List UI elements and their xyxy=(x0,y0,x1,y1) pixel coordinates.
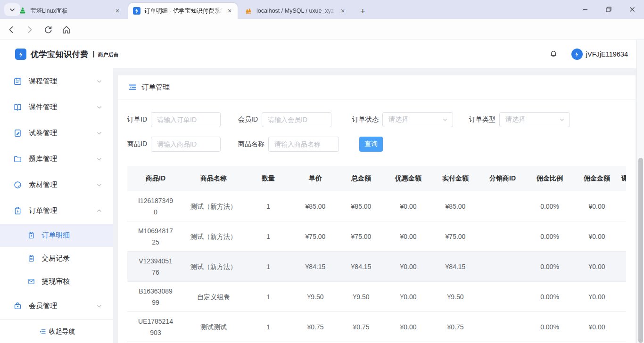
table-row[interactable]: V1239405176测试（新方法）1¥84.15¥84.15¥0.00¥84.… xyxy=(127,252,626,282)
transaction-record-icon xyxy=(27,254,35,262)
sidebar-item-label: 素材管理 xyxy=(29,180,96,189)
order-status-select[interactable]: 请选择 xyxy=(382,112,453,127)
table-cell: ¥0.00 xyxy=(573,201,620,212)
table-cell: ¥9.50 xyxy=(432,291,479,302)
table-cell: 1 xyxy=(243,261,293,272)
chevron-down-icon xyxy=(96,303,103,310)
close-icon[interactable] xyxy=(625,2,639,16)
home-icon[interactable] xyxy=(61,24,72,35)
notification-bell-icon[interactable] xyxy=(549,49,558,59)
table-cell xyxy=(479,321,526,333)
table-body: I1261873490测试（新方法）1¥85.00¥85.00¥0.00¥85.… xyxy=(127,191,626,342)
column-header: 实付金额 xyxy=(432,174,479,183)
sidebar-item-material-mgmt[interactable]: 素材管理 xyxy=(0,172,113,198)
table-cell: ¥0.00 xyxy=(385,261,432,272)
table-cell: ¥0.75 xyxy=(338,321,385,333)
table-cell: ¥85.00 xyxy=(293,201,338,212)
sidebar-item-member-mgmt[interactable]: 会员管理 xyxy=(0,293,113,319)
table-row[interactable]: M1069481725测试（新方法）1¥75.00¥75.00¥0.00¥75.… xyxy=(127,221,626,252)
table-cell: UE1785214903 xyxy=(127,316,184,338)
app-brand-title: 优学宝知识付费 xyxy=(31,49,89,60)
material-icon xyxy=(13,180,22,189)
scrollbar-thumb[interactable] xyxy=(638,158,643,343)
product-id-label: 商品ID xyxy=(127,140,147,148)
column-header: 佣金金额 xyxy=(573,174,620,183)
chevron-down-icon xyxy=(442,117,448,122)
sidebar-item-course-mgmt[interactable]: 课程管理 xyxy=(0,68,113,94)
chevron-down-icon xyxy=(96,156,103,163)
table-row[interactable]: I1261873490测试（新方法）1¥85.00¥85.00¥0.00¥85.… xyxy=(127,191,626,221)
browser-window: 宝塔Linux面板 × 订单明细 - 优学宝知识付费系统 × PMA local… xyxy=(0,0,644,343)
chevron-up-icon xyxy=(96,208,103,214)
order-type-select[interactable]: 请选择 xyxy=(499,112,570,127)
table-cell: 测试（新方法） xyxy=(184,201,243,212)
sidebar-nav: 课程管理 课件管理 试卷管理 题库 xyxy=(0,68,113,343)
sidebar-item-question-bank-mgmt[interactable]: 题库管理 xyxy=(0,146,113,172)
page-scrollbar xyxy=(636,40,644,343)
browser-tab-order-detail[interactable]: 订单明细 - 优学宝知识付费系统 × xyxy=(128,3,238,19)
sidebar-item-label: 会员管理 xyxy=(29,302,96,310)
sidebar-item-label: 课件管理 xyxy=(29,103,96,112)
restore-icon[interactable] xyxy=(602,2,616,16)
column-header: 商品ID xyxy=(127,174,184,183)
sidebar-item-exam-mgmt[interactable]: 试卷管理 xyxy=(0,120,113,146)
search-button[interactable]: 查询 xyxy=(359,137,383,152)
member-id-label: 会员ID xyxy=(238,115,258,124)
order-id-input[interactable] xyxy=(151,112,221,127)
table-cell: 0.00% xyxy=(526,261,573,272)
tab-close-icon[interactable]: × xyxy=(113,7,122,15)
sidebar-item-label: 订单管理 xyxy=(29,206,96,215)
chevron-down-icon xyxy=(559,117,565,122)
table-cell: ¥85.00 xyxy=(338,201,385,212)
sidebar-item-transaction-record[interactable]: 交易记录 xyxy=(0,247,113,270)
table-cell: ¥75.00 xyxy=(293,231,338,242)
table-cell: ¥0.75 xyxy=(293,321,338,333)
order-icon xyxy=(13,206,22,215)
table-row[interactable]: B1636308999自定义组卷1¥9.50¥9.50¥0.00¥9.500.0… xyxy=(127,282,626,312)
table-cell: M1069481725 xyxy=(127,225,184,248)
sidebar-item-order-detail[interactable]: 订单明细 xyxy=(0,224,113,247)
page-title: 订单管理 xyxy=(141,83,170,92)
member-id-input[interactable] xyxy=(262,112,331,127)
refresh-icon[interactable] xyxy=(42,24,54,35)
table-cell xyxy=(479,231,526,242)
sidebar-item-label: 交易记录 xyxy=(41,254,103,263)
card-title-bar: 订单管理 xyxy=(118,75,636,99)
minimize-icon[interactable] xyxy=(578,2,592,16)
product-name-input[interactable] xyxy=(268,137,339,152)
table-cell: 测试（新方法） xyxy=(184,231,243,242)
forward-icon[interactable] xyxy=(24,24,35,35)
collapse-nav-button[interactable]: 收起导航 xyxy=(0,319,113,343)
tab-close-icon[interactable]: × xyxy=(225,7,234,15)
tab-title: localhost / MySQL / uxue_xyz xyxy=(256,8,336,14)
product-id-input[interactable] xyxy=(151,137,221,152)
sidebar-item-withdraw-review[interactable]: 提现审核 xyxy=(0,270,113,293)
table-row[interactable]: UE1785214903测试测试1¥0.75¥0.75¥0.00¥0.750.0… xyxy=(127,312,626,342)
tab-close-icon[interactable]: × xyxy=(339,7,347,15)
sidebar-item-courseware-mgmt[interactable]: 课件管理 xyxy=(0,94,113,120)
table-cell: ¥9.50 xyxy=(338,291,385,302)
order-status-label: 订单状态 xyxy=(352,115,379,124)
svg-text:PMA: PMA xyxy=(246,12,251,15)
brand-divider xyxy=(93,51,94,57)
app-header: 优学宝知识付费 商户后台 jVFJjE119634 xyxy=(0,40,644,68)
username-label[interactable]: jVFJjE119634 xyxy=(586,50,628,58)
new-tab-button[interactable]: + xyxy=(356,5,369,17)
clipped-column-header: 课 xyxy=(621,166,626,191)
browser-tab-phpmyadmin[interactable]: PMA localhost / MySQL / uxue_xyz × xyxy=(240,3,351,19)
column-header: 分销商ID xyxy=(479,174,526,183)
browser-tab-baota[interactable]: 宝塔Linux面板 × xyxy=(14,3,125,19)
sidebar-item-order-mgmt[interactable]: 订单管理 xyxy=(0,198,113,224)
collapse-nav-icon xyxy=(38,327,47,336)
tab-strip: 宝塔Linux面板 × 订单明细 - 优学宝知识付费系统 × PMA local… xyxy=(0,0,644,19)
back-icon[interactable] xyxy=(6,24,17,35)
sidebar-item-label: 课程管理 xyxy=(29,77,96,86)
user-avatar[interactable] xyxy=(571,49,583,60)
orders-table: 商品ID 商品名称 数量 单价 总金额 优惠金额 实付金额 分销商ID 佣金比例… xyxy=(127,166,626,343)
column-header: 佣金比例 xyxy=(526,174,573,183)
table-cell: ¥0.00 xyxy=(573,261,620,272)
column-header: 总金额 xyxy=(338,174,385,183)
table-cell: 自定义组卷 xyxy=(184,291,243,302)
member-icon xyxy=(13,302,22,310)
table-cell: 测试（新方法） xyxy=(184,261,243,272)
